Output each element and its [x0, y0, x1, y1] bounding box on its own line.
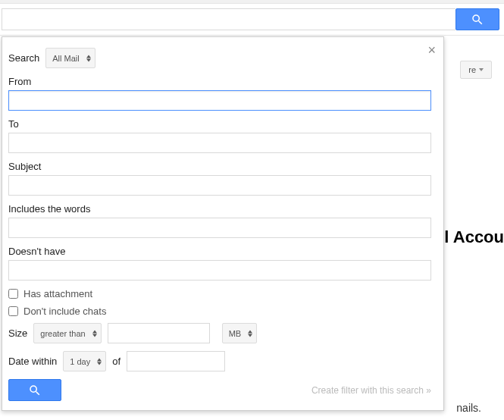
subject-input[interactable] [8, 175, 431, 196]
of-label: of [112, 356, 121, 367]
date-within-label: Date within [8, 356, 57, 367]
search-icon [28, 384, 42, 397]
to-label: To [8, 118, 431, 130]
page-body-fragment: nails. [456, 402, 481, 414]
more-button-label: re [468, 65, 476, 74]
size-unit-select[interactable]: MB [222, 323, 258, 343]
includes-words-input[interactable] [8, 218, 431, 238]
to-input[interactable] [8, 133, 431, 153]
search-submit-button[interactable] [8, 379, 61, 401]
has-attachment-checkbox[interactable] [8, 289, 18, 299]
doesnt-have-label: Doesn't have [8, 246, 431, 257]
page-heading-fragment: il Accou [440, 227, 504, 247]
size-operator-value: greater than [40, 329, 85, 338]
more-button[interactable]: re [460, 61, 492, 79]
close-icon[interactable]: × [427, 43, 436, 57]
size-unit-value: MB [229, 329, 242, 338]
has-attachment-label: Has attachment [23, 288, 92, 299]
date-input[interactable] [127, 351, 225, 371]
date-range-value: 1 day [70, 357, 90, 366]
select-arrow-icon [86, 55, 91, 61]
select-arrow-icon [92, 330, 97, 337]
from-label: From [8, 76, 431, 87]
size-value-input[interactable] [108, 323, 210, 343]
search-bar-button[interactable] [455, 8, 499, 30]
includes-words-label: Includes the words [8, 203, 431, 215]
dont-include-chats-label: Don't include chats [23, 306, 106, 317]
chevron-down-icon [479, 68, 484, 71]
size-label: Size [8, 328, 27, 339]
search-icon [471, 13, 484, 27]
date-range-select[interactable]: 1 day [63, 351, 106, 371]
search-scope-label: Search [8, 52, 39, 64]
search-bar-input[interactable] [2, 8, 455, 30]
subject-label: Subject [8, 161, 431, 172]
from-input[interactable] [8, 90, 431, 111]
select-arrow-icon [97, 358, 102, 365]
size-operator-select[interactable]: greater than [33, 323, 101, 343]
advanced-search-panel: × Search All Mail From To Subject Includ… [2, 36, 444, 411]
search-scope-select[interactable]: All Mail [45, 48, 95, 68]
search-scope-value: All Mail [52, 54, 79, 63]
doesnt-have-input[interactable] [8, 260, 431, 281]
search-bar [0, 4, 504, 36]
create-filter-link[interactable]: Create filter with this search » [311, 385, 431, 396]
select-arrow-icon [248, 330, 252, 337]
dont-include-chats-checkbox[interactable] [8, 306, 18, 316]
